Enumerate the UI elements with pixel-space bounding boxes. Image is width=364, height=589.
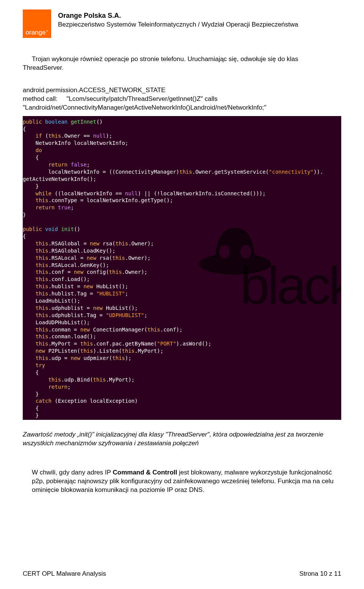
- para1-line1: Trojan wykonuje również operacje po stro…: [32, 55, 298, 63]
- header-text-block: Orange Polska S.A. Bezpieczeństwo System…: [58, 9, 298, 29]
- paragraph-1: Trojan wykonuje również operacje po stro…: [23, 55, 341, 64]
- code-caption: Zawartość metody „init()" inicjalizacyjn…: [23, 430, 341, 448]
- para2-bold: Command & Controll: [113, 469, 177, 476]
- code-snippet-1: black public boolean getInnet() { if (th…: [23, 116, 341, 420]
- paragraph-2: W chwili, gdy dany adres IP Command & Co…: [23, 468, 341, 495]
- document-page: orange™ Orange Polska S.A. Bezpieczeństw…: [0, 0, 364, 589]
- method-call-line2: "Landroid/net/ConnectivityManager/getAct…: [23, 104, 341, 112]
- orange-logo: orange™: [23, 9, 51, 38]
- page-footer: CERT OPL Malware Analysis Strona 10 z 11: [23, 570, 341, 578]
- paragraph-1b: ThreadServer.: [23, 64, 341, 72]
- method-value: "Lcom/security/patch/ThreadServer/getInn…: [66, 95, 218, 102]
- para2-a: W chwili, gdy dany adres IP: [32, 469, 113, 476]
- footer-right: Strona 10 z 11: [299, 570, 341, 578]
- department-name: Bezpieczeństwo Systemów Teleinformatyczn…: [58, 20, 298, 29]
- method-label: method call:: [23, 95, 58, 102]
- company-name: Orange Polska S.A.: [58, 11, 298, 20]
- logo-text: orange: [26, 29, 46, 36]
- method-call-line: method call: "Lcom/security/patch/Thread…: [23, 95, 341, 104]
- page-header: orange™ Orange Polska S.A. Bezpieczeństw…: [23, 9, 341, 38]
- footer-left: CERT OPL Malware Analysis: [23, 570, 106, 578]
- permission-line: android.permission.ACCESS_NETWORK_STATE: [23, 86, 341, 95]
- code-content: public boolean getInnet() { if (this.Own…: [23, 118, 341, 419]
- para1-line2: ThreadServer.: [23, 64, 64, 71]
- logo-trademark: ™: [46, 30, 48, 33]
